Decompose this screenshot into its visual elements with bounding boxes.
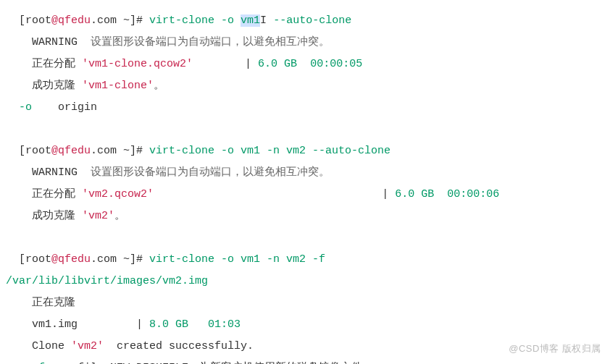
warn-label: WARNING	[32, 36, 91, 48]
warn-text: 设置图形设备端口为自动端口，以避免相互冲突。	[91, 36, 330, 48]
img-time: 01:03	[208, 318, 241, 331]
created-pre: Clone	[32, 340, 71, 352]
alloc-line-1: 正在分配 'vm1-clone.qcow2' | 6.0 GB 00:00:05	[6, 54, 604, 75]
alloc-line-2: 正在分配 'vm2.qcow2' | 6.0 GB 00:00:06	[6, 184, 604, 206]
alloc-pad	[193, 58, 245, 70]
path-line: /var/lib/libvirt/images/vm2.img	[6, 271, 604, 292]
img-bar: |	[136, 318, 149, 331]
img-pad	[78, 318, 136, 331]
prompt-rest: .com ~]#	[91, 145, 149, 157]
prompt-open: [root	[19, 253, 51, 266]
prompt-at: @qfedu	[51, 253, 91, 266]
ok-line-2: 成功克隆 'vm2'。	[6, 206, 604, 227]
opt-o-desc: origin	[32, 101, 97, 114]
alloc-name: 'vm2.qcow2'	[82, 188, 154, 200]
opt-o-line: -o origin	[6, 97, 604, 119]
cmd-rest: --auto-clone	[267, 14, 351, 27]
cmd-head: virt-clone -o	[149, 14, 241, 27]
cmd: virt-clone -o vm1 -n vm2 -f	[149, 253, 332, 266]
ok-name: 'vm2'	[82, 210, 114, 222]
command-line-3: [root@qfedu.com ~]# virt-clone -o vm1 -n…	[6, 249, 604, 271]
alloc-prefix: 正在分配	[32, 58, 82, 70]
command-line-1: [root@qfedu.com ~]# virt-clone -o vm1I -…	[6, 10, 604, 32]
prompt-open: [root	[19, 14, 51, 27]
cloning-text: 正在克隆	[32, 297, 75, 309]
blank-1	[6, 119, 604, 140]
alloc-pad	[154, 188, 382, 200]
created-post: created successfully.	[104, 340, 254, 352]
ok-suffix: 。	[114, 210, 125, 222]
warning-line-2: WARNING 设置图形设备端口为自动端口，以避免相互冲突。	[6, 162, 604, 184]
ok-prefix: 成功克隆	[32, 80, 82, 92]
warning-line-1: WARNING 设置图形设备端口为自动端口，以避免相互冲突。	[6, 32, 604, 54]
warn-text: 设置图形设备端口为自动端口，以避免相互冲突。	[91, 166, 330, 179]
created-name: 'vm2'	[71, 340, 104, 352]
opt-f-line: -f , --file NEW_DISKFILE：为新客户机使用新的磁盘镜像文件	[6, 357, 604, 364]
alloc-size: 6.0 GB	[395, 188, 434, 200]
alloc-sep	[434, 188, 447, 200]
alloc-size: 6.0 GB	[258, 58, 297, 70]
watermark: @CSD博客 版权归属	[509, 339, 601, 358]
cloning-line: 正在克隆	[6, 292, 604, 314]
text-cursor: I	[260, 10, 267, 32]
command-line-2: [root@qfedu.com ~]# virt-clone -o vm1 -n…	[6, 140, 604, 162]
img-size: 8.0 GB	[149, 318, 188, 331]
alloc-bar: |	[245, 58, 258, 70]
img-line: vm1.img | 8.0 GB 01:03	[6, 314, 604, 336]
prompt-rest: .com ~]#	[91, 253, 149, 266]
cmd-arg-highlight: vm1	[241, 14, 260, 27]
prompt-rest: .com ~]#	[91, 14, 149, 27]
ok-prefix: 成功克隆	[32, 210, 82, 222]
cmd: virt-clone -o vm1 -n vm2 --auto-clone	[149, 145, 390, 157]
warn-label: WARNING	[32, 166, 91, 179]
path: /var/lib/libvirt/images/vm2.img	[6, 275, 208, 287]
prompt-at: @qfedu	[51, 145, 91, 157]
alloc-time: 00:00:05	[310, 58, 362, 70]
img-sep	[188, 318, 208, 331]
prompt-open: [root	[19, 145, 51, 157]
blank-2	[6, 227, 604, 249]
alloc-sep	[297, 58, 310, 70]
alloc-name: 'vm1-clone.qcow2'	[82, 58, 193, 70]
ok-line-1: 成功克隆 'vm1-clone'。	[6, 75, 604, 97]
ok-name: 'vm1-clone'	[82, 80, 154, 92]
prompt-at: @qfedu	[51, 14, 91, 27]
alloc-bar: |	[382, 188, 395, 200]
ok-suffix: 。	[154, 80, 164, 92]
alloc-time: 00:00:06	[447, 188, 499, 200]
img-name: vm1.img	[32, 318, 78, 331]
opt-o: -o	[19, 101, 32, 114]
alloc-prefix: 正在分配	[32, 188, 82, 200]
